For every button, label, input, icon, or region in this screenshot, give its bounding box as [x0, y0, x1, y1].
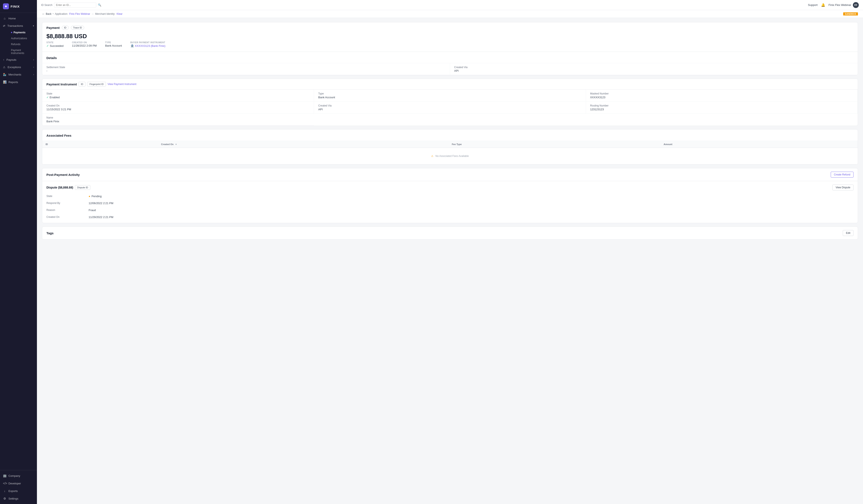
dispute-id-button[interactable]: Dispute ID — [75, 185, 90, 190]
settings-icon: ⚙ — [3, 497, 6, 500]
notification-bell-icon[interactable]: 🔔 — [821, 3, 825, 7]
create-refund-button[interactable]: Create Refund — [831, 172, 853, 178]
sidebar-label-payment-instruments: Payment Instruments — [11, 49, 34, 55]
buyer-link[interactable]: XXXXX3123 (Bank Finix) — [135, 44, 165, 48]
chevron-right-icon3: › — [33, 73, 34, 76]
payment-meta: STATE ✓ Succeeded CREATED ON 11/28/2022 … — [47, 41, 853, 48]
sidebar-item-transactions[interactable]: ⇄ Transactions ▾ — [0, 22, 37, 29]
pi-masked-value: XXXXX3123 — [590, 96, 853, 99]
meta-state: STATE ✓ Succeeded — [47, 41, 63, 48]
trace-id-pill[interactable]: Trace ID — [71, 26, 84, 29]
created-via-value: API — [454, 69, 854, 72]
fees-col-created-on[interactable]: Created On ▼ — [158, 141, 448, 148]
sidebar-item-refunds[interactable]: Refunds — [8, 41, 37, 47]
created-via-label: Created Via — [454, 66, 854, 69]
fees-empty-row: ⚠ No Associated Fees Available — [42, 148, 858, 165]
sidebar-label-home: Home — [9, 17, 16, 20]
pi-routing-value: 123123123 — [590, 108, 853, 111]
sidebar-label-payments: Payments — [13, 31, 26, 34]
chevron-right-icon: › — [33, 59, 34, 61]
chevron-down-icon: ▾ — [33, 25, 34, 27]
pi-id-button[interactable]: ID — [78, 82, 86, 87]
created-via-cell: Created Via API — [450, 63, 858, 75]
sidebar-item-reports[interactable]: 📊 Reports — [0, 78, 37, 86]
application-link[interactable]: Finix Flex Webinar — [69, 12, 90, 15]
pi-routing-cell: Routing Number 123123123 — [586, 102, 858, 114]
settlement-state-cell: Settlement State - — [42, 63, 450, 75]
support-link[interactable]: Support — [808, 3, 818, 7]
tags-edit-button[interactable]: Edit — [843, 230, 853, 236]
respond-by-label: Respond By — [47, 201, 89, 206]
post-payment-card: Post-Payment Activity Create Refund Disp… — [42, 168, 858, 223]
sidebar-item-payments[interactable]: Payments — [8, 29, 37, 36]
sidebar: FINIX ⌂ Home ⇄ Transactions ▾ Payments — [0, 0, 37, 504]
pi-routing-label: Routing Number — [590, 104, 853, 107]
sidebar-item-payouts[interactable]: ↑ Payouts › — [0, 56, 37, 64]
payment-header: Payment ID Trace ID $8,888.88 USD STATE … — [42, 22, 858, 52]
dispute-state-label: State — [47, 194, 89, 199]
fees-table: ID Created On ▼ Fee Type Amount — [42, 141, 858, 165]
tags-header: Tags Edit — [42, 227, 858, 240]
back-button[interactable]: ← Back — [42, 12, 51, 16]
sidebar-item-company[interactable]: 🏢 Company — [0, 472, 37, 480]
pi-masked-label: Masked Number — [590, 92, 853, 95]
fees-table-wrap: ID Created On ▼ Fee Type Amount — [42, 141, 858, 165]
pi-masked-cell: Masked Number XXXXX3123 — [586, 90, 858, 102]
transactions-icon: ⇄ — [3, 24, 5, 27]
user-menu[interactable]: Finix Flex Webinar FF — [829, 2, 859, 8]
fees-col-id: ID — [42, 141, 158, 148]
dispute-section: Dispute ($8,888.88) Dispute ID View Disp… — [42, 181, 858, 223]
merchant-link[interactable]: Klear — [116, 12, 122, 15]
search-area: ID Search 🔍 — [41, 2, 126, 8]
sidebar-label-settings: Settings — [9, 497, 18, 500]
dispute-details: State ● Pending Respond By 12/06/2022 2:… — [47, 194, 853, 220]
post-payment-title: Post-Payment Activity — [47, 173, 80, 177]
check-icon: ✓ — [47, 44, 49, 48]
sidebar-item-home[interactable]: ⌂ Home — [0, 15, 37, 22]
sidebar-label-transactions: Transactions — [8, 24, 23, 27]
pi-header: Payment Instrument ID Fingerprint ID Vie… — [42, 79, 858, 90]
developer-icon: </> — [3, 482, 6, 485]
sidebar-label-company: Company — [9, 474, 20, 477]
fees-empty-message: ⚠ No Associated Fees Available — [42, 148, 858, 165]
pi-fingerprint-button[interactable]: Fingerprint ID — [87, 82, 106, 87]
pi-created-on-value: 11/15/2022 3:21 PM — [47, 108, 310, 111]
details-title: Details — [42, 52, 858, 63]
pi-grid: State ✓ Enabled Type Bank Account Masked… — [42, 90, 858, 126]
settlement-state-value: - — [47, 69, 446, 72]
post-payment-header: Post-Payment Activity Create Refund — [42, 168, 858, 181]
avatar: FF — [853, 2, 859, 8]
home-icon: ⌂ — [3, 17, 6, 20]
chevron-right-icon2: › — [33, 66, 34, 68]
exports-icon: ↓ — [3, 489, 6, 493]
created-on-label: CREATED ON — [72, 41, 97, 44]
sidebar-item-authorizations[interactable]: Authorizations — [8, 36, 37, 41]
view-dispute-button[interactable]: View Dispute — [833, 184, 853, 191]
meta-buyer: BUYER PAYMENT INSTRUMENT 🏦 XXXXX3123 (Ba… — [130, 41, 165, 48]
sidebar-item-payment-instruments[interactable]: Payment Instruments — [8, 47, 37, 56]
associated-fees-card: Associated Fees ID Created On ▼ Fee Type — [42, 129, 858, 165]
merchant-label: Merchant Identity: — [95, 12, 115, 15]
id-pill[interactable]: ID — [62, 26, 69, 29]
state-label: STATE — [47, 41, 63, 44]
reason-label: Reason — [47, 208, 89, 212]
sidebar-item-merchants[interactable]: 🏪 Merchants › — [0, 71, 37, 78]
back-label: Back — [46, 12, 51, 15]
state-value: ✓ Succeeded — [47, 44, 63, 48]
sidebar-item-developer[interactable]: </> Developer — [0, 480, 37, 487]
pi-created-via-label: Created Via — [318, 104, 581, 107]
sidebar-label-merchants: Merchants — [9, 73, 21, 76]
view-payment-instrument-link[interactable]: View Payment Instrument — [108, 83, 137, 86]
sidebar-item-exports[interactable]: ↓ Exports — [0, 487, 37, 495]
search-input[interactable] — [54, 2, 96, 8]
application-label: Application: — [55, 12, 68, 15]
search-icon[interactable]: 🔍 — [98, 3, 101, 7]
enabled-check-icon: ✓ — [47, 96, 49, 99]
reports-icon: 📊 — [3, 80, 6, 84]
sidebar-item-exceptions[interactable]: ⚠ Exceptions › — [0, 64, 37, 71]
exceptions-icon: ⚠ — [3, 66, 5, 69]
logo-icon — [3, 3, 9, 9]
sidebar-item-settings[interactable]: ⚙ Settings — [0, 495, 37, 502]
pi-created-via-value: API — [318, 108, 581, 111]
logo-text: FINIX — [11, 5, 20, 8]
